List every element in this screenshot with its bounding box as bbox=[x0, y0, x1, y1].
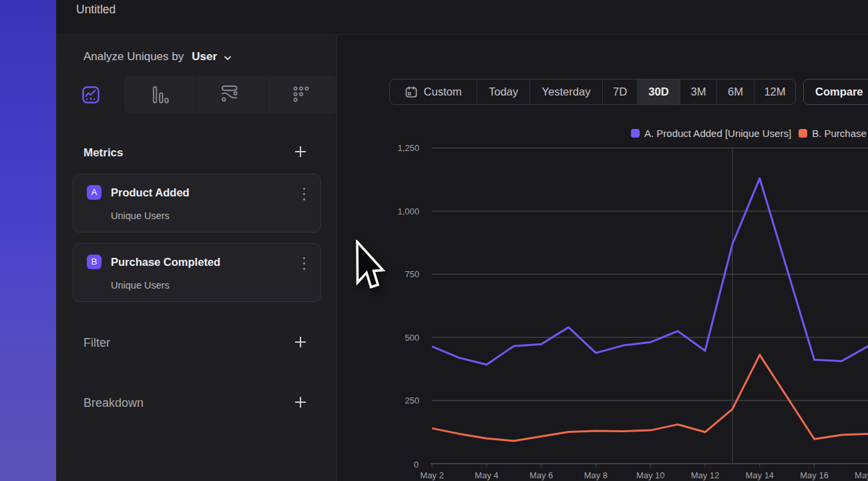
svg-text:250: 250 bbox=[405, 395, 419, 406]
svg-text:0: 0 bbox=[414, 460, 419, 470]
svg-text:May 16: May 16 bbox=[800, 470, 829, 480]
svg-text:May 8: May 8 bbox=[584, 470, 608, 480]
svg-text:May 2: May 2 bbox=[420, 470, 443, 480]
svg-text:May 4: May 4 bbox=[475, 470, 498, 480]
svg-text:May 6: May 6 bbox=[529, 470, 553, 480]
svg-text:May 18: May 18 bbox=[855, 470, 868, 480]
svg-text:May 10: May 10 bbox=[636, 470, 665, 480]
svg-text:1,000: 1,000 bbox=[397, 206, 419, 216]
svg-text:May 12: May 12 bbox=[691, 470, 720, 480]
svg-text:500: 500 bbox=[405, 333, 419, 343]
svg-text:750: 750 bbox=[405, 269, 419, 279]
svg-text:May 14: May 14 bbox=[745, 470, 774, 480]
svg-text:1,250: 1,250 bbox=[397, 143, 419, 153]
